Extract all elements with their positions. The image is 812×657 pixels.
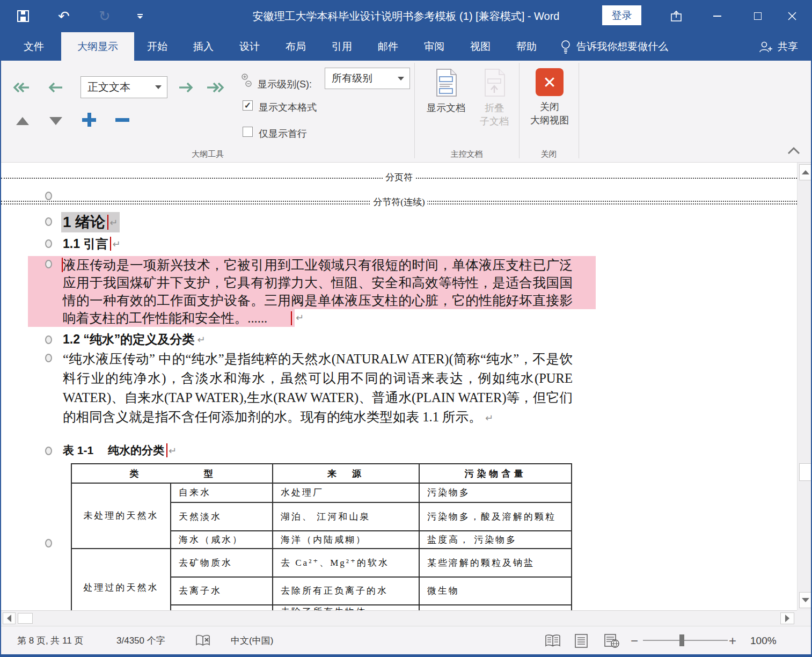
close-button[interactable] <box>780 0 804 32</box>
word-count-status[interactable]: 3/4350 个字 <box>116 626 165 655</box>
demote-to-body-button[interactable] <box>206 80 225 95</box>
scroll-down-button[interactable] <box>799 592 812 608</box>
language-status[interactable]: 中文(中国) <box>231 626 273 655</box>
outline-bullet-icon[interactable] <box>45 260 52 268</box>
cursor-mark <box>166 443 167 457</box>
horizontal-scroll-thumb[interactable] <box>18 613 33 624</box>
tab-file[interactable]: 文件 <box>9 32 59 61</box>
proofing-book-icon <box>195 634 211 647</box>
close-outline-view-button[interactable]: ✕ 关闭 大纲视图 <box>525 68 574 127</box>
web-layout-button[interactable] <box>604 626 620 655</box>
outline-bullet-icon[interactable] <box>45 217 52 226</box>
scroll-up-button[interactable] <box>799 164 812 180</box>
first-line-only-label[interactable]: 仅显示首行 <box>259 127 307 140</box>
show-text-formatting-checkbox[interactable]: ✓ <box>243 100 253 111</box>
ribbon-display-options-button[interactable] <box>664 0 689 32</box>
heading-1-1-text: 1.1 引言 <box>63 236 108 252</box>
document-canvas[interactable]: 分页符 分节符(连续) 1 绪论 ↵ 1.1 引言 ↵ 液压传动是一项新兴技术，… <box>1 163 797 610</box>
tab-layout[interactable]: 布局 <box>273 32 319 61</box>
outline-bullet-icon[interactable] <box>45 354 52 362</box>
cell-pollutant: 污染物多，酸及溶解的颗粒 <box>419 502 572 531</box>
table-row: 处理过的天然水 去矿物质水 去 Ca²⁺、Mg²⁺的软水 某些溶解的颗粒及钠盐 <box>71 549 572 577</box>
cell-pollutant: 某些溶解的颗粒及钠盐 <box>419 549 572 577</box>
chevron-down-icon <box>398 77 404 81</box>
zoom-out-button[interactable]: − <box>631 626 638 655</box>
heading-1-2-text: 1.2 “纯水”的定义及分类 <box>63 331 194 348</box>
close-outline-x-icon: ✕ <box>536 68 564 96</box>
ribbon-outline-tools: 正文文本 显示级别(S): <box>1 61 811 163</box>
zoom-slider-thumb[interactable] <box>679 634 684 646</box>
scroll-left-button[interactable] <box>3 612 16 624</box>
outline-bullet-icon[interactable] <box>45 447 52 455</box>
section-break-label: 分节符(连续) <box>1 196 797 208</box>
tab-home[interactable]: 开始 <box>134 32 180 61</box>
heading-1-1[interactable]: 1.1 引言 ↵ <box>63 235 120 252</box>
read-mode-icon <box>544 634 561 647</box>
move-down-button[interactable] <box>46 113 65 128</box>
cell-source: 水处理厂 <box>273 483 419 502</box>
promote-to-heading1-button[interactable] <box>12 80 31 95</box>
demote-button[interactable] <box>176 80 195 95</box>
proofing-status-button[interactable] <box>195 626 211 655</box>
page-break-label: 分页符 <box>1 171 797 184</box>
group-separator <box>579 63 579 158</box>
move-up-button[interactable] <box>13 113 32 128</box>
ribbon-tab-bar: 文件 大纲显示 开始 插入 设计 布局 引用 邮件 审阅 视图 帮助 告诉我你想… <box>1 32 811 61</box>
outline-bullet-icon[interactable] <box>45 335 52 344</box>
zoom-level-label[interactable]: 100% <box>750 626 777 655</box>
tab-design[interactable]: 设计 <box>226 32 273 61</box>
show-level-dropdown[interactable]: 所有级别 <box>325 68 410 89</box>
page-number-status[interactable]: 第 8 页, 共 11 页 <box>17 626 83 655</box>
table-caption[interactable]: 表 1-1 纯水的分类 ↵ <box>63 443 177 458</box>
zoom-slider-track[interactable] <box>643 640 728 641</box>
show-document-button[interactable]: 显示文档 <box>421 68 471 115</box>
tab-mailings[interactable]: 邮件 <box>365 32 411 61</box>
heading-1[interactable]: 1 绪论 ↵ <box>61 212 120 232</box>
move-up-icon <box>16 117 29 125</box>
tab-insert[interactable]: 插入 <box>180 32 226 61</box>
paragraph-water[interactable]: “纯水液压传动” 中的“纯水”是指纯粹的天然水(NATURALW ATER)(简… <box>63 349 573 428</box>
chevron-down-icon <box>155 85 162 89</box>
chevron-up-icon <box>786 146 801 156</box>
water-classification-table: 类 型 来 源 污染物含量 未处理的天然水 自来水 水处理厂 污染物多 天然淡水… <box>71 463 572 610</box>
tab-review[interactable]: 审阅 <box>411 32 457 61</box>
horizontal-scrollbar[interactable] <box>1 610 797 626</box>
window-bottom-border <box>1 654 811 657</box>
print-layout-button[interactable] <box>574 626 588 655</box>
table-header-row: 类 型 来 源 污染物含量 <box>71 464 572 483</box>
paragraph-mark-icon: ↵ <box>296 312 304 323</box>
minimize-button[interactable] <box>705 0 729 32</box>
heading-1-2[interactable]: 1.2 “纯水”的定义及分类 ↵ <box>63 331 205 348</box>
outline-level-dropdown[interactable]: 正文文本 <box>81 76 167 98</box>
tab-references[interactable]: 引用 <box>319 32 365 61</box>
outline-bullet-icon[interactable] <box>45 239 52 248</box>
promote-button[interactable] <box>46 80 65 95</box>
outline-bullet-icon[interactable] <box>45 539 52 548</box>
tab-outline-view[interactable]: 大纲显示 <box>61 32 134 61</box>
cell-type: 海水（咸水） <box>171 531 273 549</box>
tab-help[interactable]: 帮助 <box>503 32 550 61</box>
share-button[interactable]: 共享 <box>759 32 798 61</box>
show-text-formatting-label[interactable]: 显示文本格式 <box>259 101 317 114</box>
read-mode-button[interactable] <box>544 626 561 655</box>
cursor-mark <box>110 237 111 251</box>
zoom-in-button[interactable]: + <box>729 626 736 655</box>
show-level-label: 显示级别(S): <box>258 78 312 91</box>
expand-button[interactable] <box>79 112 99 127</box>
collapse-ribbon-button[interactable] <box>786 146 801 158</box>
tab-view[interactable]: 视图 <box>457 32 503 61</box>
vertical-scrollbar[interactable] <box>797 163 812 610</box>
scroll-right-button[interactable] <box>780 612 794 624</box>
first-line-only-checkbox[interactable] <box>243 127 253 137</box>
collapse-subdocuments-label-2: 子文档 <box>480 115 509 128</box>
paragraph-intro[interactable]: 液压传动是一项新兴技术，它被引用到工业领域只有很短的时间，单体液压支柱已广泛应用… <box>63 256 573 327</box>
sign-in-button[interactable]: 登录 <box>602 5 641 25</box>
vertical-scroll-thumb[interactable] <box>799 463 812 481</box>
tell-me-box[interactable]: 告诉我你想要做什么 <box>550 32 679 61</box>
maximize-button[interactable] <box>745 0 770 32</box>
header-type: 类 型 <box>71 464 273 483</box>
status-bar: 第 8 页, 共 11 页 3/4350 个字 中文(中国) <box>1 626 811 654</box>
cell-type: 去矿物质水 <box>171 549 273 577</box>
collapse-button[interactable] <box>113 112 132 127</box>
collapse-subdocuments-icon <box>482 68 507 97</box>
